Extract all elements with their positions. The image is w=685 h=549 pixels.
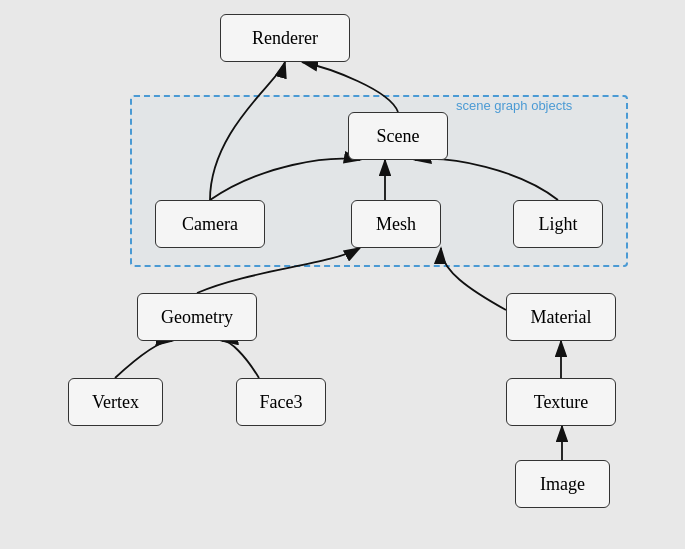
renderer-node: Renderer: [220, 14, 350, 62]
renderer-label: Renderer: [252, 28, 318, 49]
mesh-label: Mesh: [376, 214, 416, 235]
texture-label: Texture: [534, 392, 589, 413]
diagram-container: scene graph objects Rende: [0, 0, 685, 549]
scene-label: Scene: [377, 126, 420, 147]
camera-label: Camera: [182, 214, 238, 235]
scene-node: Scene: [348, 112, 448, 160]
face3-label: Face3: [260, 392, 303, 413]
material-node: Material: [506, 293, 616, 341]
mesh-node: Mesh: [351, 200, 441, 248]
geometry-label: Geometry: [161, 307, 233, 328]
vertex-node: Vertex: [68, 378, 163, 426]
vertex-label: Vertex: [92, 392, 139, 413]
material-label: Material: [531, 307, 592, 328]
image-node: Image: [515, 460, 610, 508]
camera-node: Camera: [155, 200, 265, 248]
scene-graph-label: scene graph objects: [456, 98, 572, 113]
face3-node: Face3: [236, 378, 326, 426]
image-label: Image: [540, 474, 585, 495]
geometry-node: Geometry: [137, 293, 257, 341]
light-label: Light: [539, 214, 578, 235]
light-node: Light: [513, 200, 603, 248]
texture-node: Texture: [506, 378, 616, 426]
